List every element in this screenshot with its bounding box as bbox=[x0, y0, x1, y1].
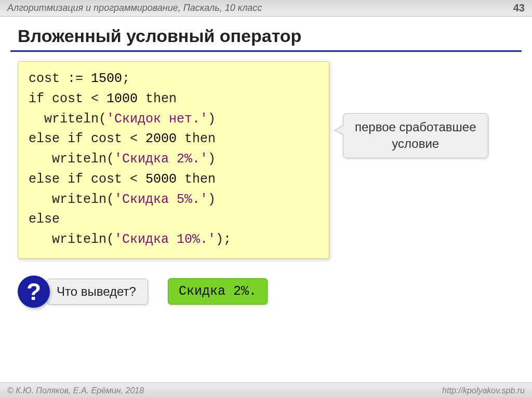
content-area: cost := 1500; if cost < 1000 then writel… bbox=[0, 61, 532, 308]
page-number: 43 bbox=[513, 2, 525, 14]
slide-header: Алгоритмизация и программирование, Паска… bbox=[0, 0, 532, 17]
question-mark-icon: ? bbox=[18, 276, 50, 308]
page-title: Вложенный условный оператор bbox=[0, 17, 532, 50]
question-box: Что выведет? bbox=[47, 279, 148, 305]
footer-right: http://kpolyakov.spb.ru bbox=[442, 386, 525, 395]
slide-footer: © К.Ю. Поляков, Е.А. Ерёмин, 2018 http:/… bbox=[0, 382, 532, 398]
footer-left: © К.Ю. Поляков, Е.А. Ерёмин, 2018 bbox=[7, 386, 144, 395]
title-divider bbox=[10, 50, 522, 52]
answer-box: Скидка 2%. bbox=[168, 278, 268, 305]
code-block: cost := 1500; if cost < 1000 then writel… bbox=[18, 61, 329, 259]
annotation-callout: первое сработавшее условие bbox=[343, 113, 488, 158]
question-row: ? Что выведет? Скидка 2%. bbox=[18, 276, 514, 308]
header-title: Алгоритмизация и программирование, Паска… bbox=[7, 3, 262, 13]
annotation-text: первое сработавшее условие bbox=[355, 120, 476, 150]
